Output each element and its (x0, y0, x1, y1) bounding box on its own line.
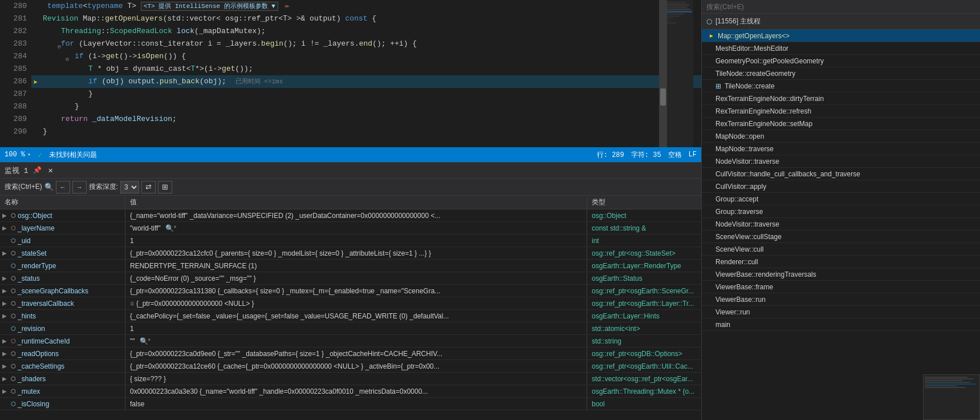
cs-item-viewerBaseFrame[interactable]: ViewerBase::frame (702, 281, 980, 293)
watch-row-traversalCallback[interactable]: ▶ ⬡ _traversalCallback ≡ {_ptr=0x0000000… (0, 297, 701, 310)
cs-item-getPooledGeometry[interactable]: GeometryPool::getPooledGeometry (702, 55, 980, 67)
watch-row-renderType[interactable]: ▶ ⬡ _renderType RENDERTYPE_TERRAIN_SURFA… (0, 260, 701, 272)
callstack-thread-header: ⬡ [11556] 主线程 (702, 14, 980, 30)
expand-icon[interactable]: ▶ (2, 288, 9, 294)
watch-panel-header: 监视 1 📌 ✕ (0, 163, 701, 179)
watch-panel-close-icon[interactable]: ✕ (48, 165, 53, 175)
cs-item-nodeVisitorTraverse1[interactable]: NodeVisitor::traverse (702, 155, 980, 168)
watch-rows: ▶ ⬡ osg::Object {_name="world-tiff" _dat… (0, 209, 701, 420)
cs-item-cullCallbacks[interactable]: CullVisitor::handle_cull_callbacks_and_t… (702, 168, 980, 180)
expand-icon[interactable]: ▶ (2, 275, 9, 281)
watch-row-shaders[interactable]: ▶ ⬡ _shaders { size=??? } std::vector<os… (0, 373, 701, 385)
search-label: 搜索(Ctrl+E) (5, 182, 42, 192)
expand-icon[interactable]: ▶ (2, 375, 9, 382)
nav-back-button[interactable]: ← (56, 181, 70, 193)
watch-panel-title: 监视 1 (5, 165, 29, 176)
cs-item-setMap[interactable]: RexTerrainEngineNode::setMap (702, 118, 980, 130)
watch-row-stateSet[interactable]: ▶ ⬡ _stateSet {_ptr=0x00000223ca12cfc0 {… (0, 247, 701, 260)
callstack-search-input[interactable] (706, 3, 975, 11)
cs-item-refresh[interactable]: RexTerrainEngineNode::refresh (702, 105, 980, 118)
watch-panel-pin-icon[interactable]: 📌 (33, 166, 42, 175)
expand-icon[interactable]: ▶ (2, 350, 9, 357)
cs-item-groupTraverse[interactable]: Group::traverse (702, 205, 980, 218)
search-depth-select[interactable]: 3 1 2 4 5 (120, 181, 139, 193)
callstack-panel: ⬡ [11556] 主线程 Map::getOpenLayers<> MeshE… (701, 0, 980, 420)
cs-item-sceneViewCullStage[interactable]: SceneView::cullStage (702, 231, 980, 243)
cs-item-sceneViewCull[interactable]: SceneView::cull (702, 243, 980, 256)
cs-item-mapNodeOpen[interactable]: MapNode::open (702, 130, 980, 143)
watch-toolbar-btn2[interactable]: ⊞ (158, 181, 172, 193)
code-line-282: Threading::ScopedReadLock lock(_mapDataM… (31, 25, 701, 38)
tile-icon: ⊞ (715, 82, 721, 90)
expand-icon[interactable]: ▶ (2, 388, 9, 394)
watch-row-osgObject[interactable]: ▶ ⬡ osg::Object {_name="world-tiff" _dat… (0, 209, 701, 222)
expand-icon[interactable]: ▶ (2, 225, 9, 231)
watch-row-isClosing[interactable]: ▶ ⬡ _isClosing false bool (0, 398, 701, 410)
status-row: 行: 289 (597, 150, 624, 160)
cs-item-dirtyTerrain[interactable]: RexTerrainEngineNode::dirtyTerrain (702, 92, 980, 105)
line-numbers: 280 281 282 283 284 285 286 287 288 289 … (0, 0, 31, 154)
thread-icon: ⬡ (706, 18, 712, 26)
no-problems-icon: ✓ (38, 150, 42, 160)
code-line-280: template<typename T> <T> 提供 IntelliSense… (31, 0, 701, 13)
thread-label: [11556] 主线程 (715, 17, 761, 26)
status-spaces: 空格 (668, 150, 682, 160)
code-line-290: } (31, 126, 701, 138)
cs-item-cullApply[interactable]: CullVisitor::apply (702, 180, 980, 193)
code-line-289: return _dataModelRevision; (31, 113, 701, 126)
watch-row-hints[interactable]: ▶ ⬡ _hints {_cachePolicy={_set=false _va… (0, 310, 701, 322)
no-problems-text: 未找到相关问题 (49, 150, 97, 160)
expand-icon[interactable]: ▶ (2, 363, 9, 369)
cs-item-createGeometry[interactable]: TileNode::createGeometry (702, 67, 980, 80)
callstack-list: Map::getOpenLayers<> MeshEditor::MeshEdi… (702, 30, 980, 420)
expand-icon[interactable]: ▶ (2, 250, 9, 256)
expand-icon[interactable]: ▶ (2, 313, 9, 319)
watch-row-readOptions[interactable]: ▶ ⬡ _readOptions {_ptr=0x00000223ca0d9ee… (0, 348, 701, 360)
cs-item-nodeVisitorTraverse2[interactable]: NodeVisitor::traverse (702, 218, 980, 231)
status-encoding: LF (689, 151, 697, 159)
watch-row-layerName[interactable]: ▶ ⬡ _layerName "world-tiff" 🔍 * const st… (0, 222, 701, 235)
search-depth-label: 搜索深度: (89, 182, 118, 192)
code-line-284: ⊖ if (i->get()->isOpen()) { (31, 50, 701, 63)
code-line-281: ⊖ Revision Map::getOpenLayers(std::vecto… (31, 13, 701, 25)
watch-panel: 监视 1 📌 ✕ 搜索(Ctrl+E) 🔍 ← → 搜索深度: 3 1 2 4 … (0, 162, 701, 420)
watch-row-status[interactable]: ▶ ⬡ _status {_code=NoError (0) _source="… (0, 272, 701, 285)
current-line-num: 286 (0, 75, 27, 88)
watch-toolbar: 搜索(Ctrl+E) 🔍 ← → 搜索深度: 3 1 2 4 5 ⇄ ⊞ (0, 179, 701, 196)
cs-item-meshEditor[interactable]: MeshEditor::MeshEditor (702, 42, 980, 55)
callstack-thumbnail (923, 374, 980, 420)
code-line-283: ⊖ for (LayerVector::const_iterator i = _… (31, 38, 701, 50)
watch-columns: 名称 值 类型 (0, 196, 701, 209)
editor-vscrollbar[interactable] (659, 0, 667, 147)
cs-item-rendererCull[interactable]: Renderer::cull (702, 256, 980, 268)
watch-row-runtimeCacheId[interactable]: ▶ ⬡ _runtimeCacheId "" 🔍 * std::string (0, 335, 701, 348)
cs-item-groupAccept[interactable]: Group::accept (702, 193, 980, 205)
zoom-level[interactable]: 100 % ▾ (5, 151, 31, 159)
code-editor: 280 281 282 283 284 285 286 287 288 289 … (0, 0, 701, 154)
editor-vscrollbar-thumb[interactable] (660, 88, 666, 106)
expand-icon[interactable]: ▶ (2, 212, 9, 219)
callstack-search (702, 0, 980, 14)
code-line-286: ➤ if (obj) output.push_back(obj); 已用时间 <… (31, 75, 701, 88)
nav-forward-button[interactable]: → (72, 181, 87, 193)
cs-item-viewerBaseRun[interactable]: ViewerBase::run (702, 293, 980, 306)
cs-item-viewerRun[interactable]: Viewer::run (702, 306, 980, 318)
col-type-header: 类型 (587, 197, 701, 207)
status-col: 字符: 35 (631, 150, 661, 160)
execution-arrow-icon: ➤ (33, 76, 38, 89)
code-line-287: } (31, 88, 701, 100)
watch-row-mutex[interactable]: ▶ ⬡ _mutex 0x00000223ca0a3e30 {_name="wo… (0, 385, 701, 398)
cs-item-mapNodeTraverse[interactable]: MapNode::traverse (702, 143, 980, 155)
watch-row-revision[interactable]: ▶ ⬡ _revision 1 std::atomic<int> (0, 322, 701, 335)
cs-item-renderingTraversals[interactable]: ViewerBase::renderingTraversals (702, 268, 980, 281)
watch-row-cacheSettings[interactable]: ▶ ⬡ _cacheSettings {_ptr=0x00000223ca12c… (0, 360, 701, 373)
watch-toolbar-btn1[interactable]: ⇄ (141, 181, 156, 193)
expand-icon[interactable]: ▶ (2, 300, 9, 306)
watch-row-uid[interactable]: ▶ ⬡ _uid 1 int (0, 235, 701, 247)
cs-item-getOpenLayers[interactable]: Map::getOpenLayers<> (702, 30, 980, 42)
cs-item-tileCreate[interactable]: ⊞ TileNode::create (702, 80, 980, 92)
watch-row-sceneGraphCallbacks[interactable]: ▶ ⬡ _sceneGraphCallbacks {_ptr=0x0000022… (0, 285, 701, 297)
expand-icon[interactable]: ▶ (2, 338, 9, 344)
cs-item-main[interactable]: main (702, 318, 980, 331)
status-bar: 100 % ▾ ✓ 未找到相关问题 行: 289 字符: 35 空格 LF (0, 147, 701, 162)
